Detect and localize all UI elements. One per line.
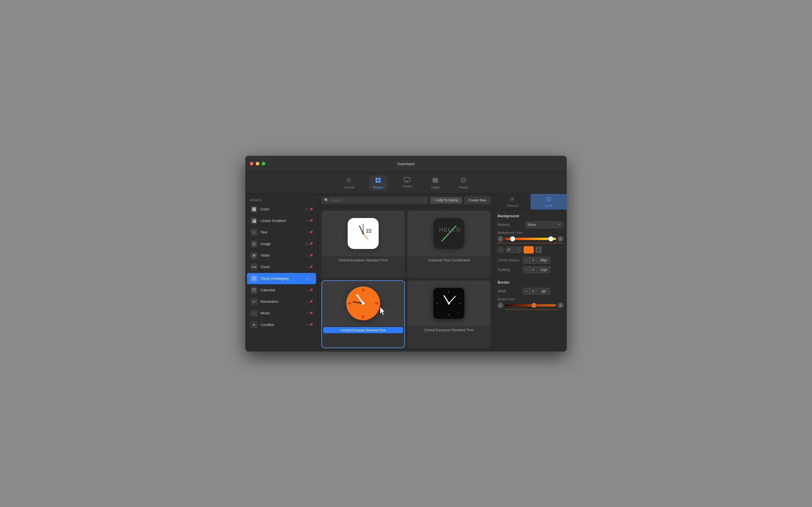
pin-icon-text: 📌: [309, 231, 313, 234]
svg-point-36: [362, 233, 364, 234]
svg-line-51: [444, 296, 449, 303]
maximize-button[interactable]: [262, 162, 265, 166]
padding-minus[interactable]: −: [523, 267, 530, 273]
traffic-lights: [250, 162, 265, 166]
sidebar-item-reminders[interactable]: Reminders 1 📌: [247, 296, 316, 307]
titlebar: Superlayer: [245, 156, 567, 172]
padding-plus[interactable]: +: [530, 267, 537, 273]
right-panel: General Clock Background: [494, 194, 567, 351]
app-window: Superlayer General Widg: [245, 156, 567, 351]
widget-grid: 22 Central European Standard Time: [318, 207, 494, 351]
main-layout: Widgets Color 10 📌 Linear Gradient 9 📌: [245, 194, 567, 351]
svg-rect-14: [252, 242, 256, 246]
sidebar-clock-count: 4: [306, 265, 308, 269]
scenes-icon: [404, 177, 410, 184]
sidebar-clock-analogue-label: Clock (Analogue): [260, 276, 306, 281]
widget-card-1[interactable]: 22 Central European Standard Time: [321, 210, 405, 278]
bg-color-minus-btn[interactable]: −: [498, 236, 503, 242]
border-color-slider-row: − +: [498, 302, 563, 310]
svg-text:22: 22: [366, 228, 371, 234]
search-input[interactable]: [331, 198, 425, 202]
panel-general-icon: [510, 196, 515, 203]
color-swatch[interactable]: [523, 246, 534, 253]
sidebar-item-clock[interactable]: 9:42 Clock 4 📌: [247, 262, 316, 273]
angle-row: ↑ 0°: [498, 246, 563, 253]
svg-rect-4: [378, 180, 380, 183]
sidebar-item-video[interactable]: Video 1 📌: [247, 250, 316, 261]
svg-line-32: [359, 226, 363, 233]
svg-point-39: [448, 233, 450, 234]
sidebar-item-music[interactable]: ♪ Music 4 📌: [247, 307, 316, 319]
border-width-plus[interactable]: +: [530, 288, 537, 295]
bg-color-left-thumb[interactable]: [510, 236, 515, 241]
section-divider: [498, 277, 563, 277]
toolbar-item-trigger[interactable]: Trigger: [427, 175, 444, 191]
sidebar-item-calendar[interactable]: Calendar 1 📌: [247, 284, 316, 296]
toolbar-item-privacy[interactable]: Privacy: [455, 175, 472, 191]
sidebar-item-location[interactable]: ➤ Location 2 📌: [247, 319, 316, 330]
border-color-thumb[interactable]: [531, 303, 537, 308]
widget-card-3[interactable]: Central European Standard Time: [321, 280, 405, 348]
sidebar-item-text[interactable]: A Text 2 📌: [247, 227, 316, 238]
angle-circle-btn[interactable]: ↑: [498, 247, 504, 253]
border-width-value: 2pt: [537, 288, 551, 295]
pin-icon-gradient: 📌: [309, 219, 313, 222]
background-section-title: Background: [498, 214, 563, 218]
svg-rect-1: [375, 178, 378, 180]
sidebar-item-linear-gradient[interactable]: Linear Gradient 9 📌: [247, 215, 316, 226]
widget-preview-3: [322, 281, 404, 326]
main-toolbar: General Widgets S: [245, 172, 567, 194]
corner-radius-minus[interactable]: −: [523, 257, 530, 264]
border-color-minus-btn[interactable]: −: [498, 302, 503, 308]
sidebar: Widgets Color 10 📌 Linear Gradient 9 📌: [245, 194, 318, 351]
svg-point-0: [348, 179, 350, 181]
clock-orange: [346, 286, 380, 320]
bg-color-plus-btn[interactable]: +: [558, 236, 563, 242]
create-new-button[interactable]: Create New: [464, 196, 491, 204]
minimize-button[interactable]: [256, 162, 259, 166]
corner-radius-plus[interactable]: +: [530, 257, 537, 264]
corner-radius-label: Corner Radius: [498, 258, 523, 262]
widget-card-4[interactable]: Central European Standard Time: [407, 280, 491, 348]
search-icon: 🔍: [324, 198, 329, 202]
svg-point-53: [448, 302, 450, 304]
text-icon: A: [250, 229, 258, 236]
close-button[interactable]: [250, 162, 253, 166]
search-box[interactable]: 🔍: [321, 196, 428, 204]
border-width-minus[interactable]: −: [523, 288, 530, 295]
angle-input[interactable]: 0°: [506, 247, 522, 253]
material-select[interactable]: None: [525, 221, 563, 228]
bg-color-right-thumb[interactable]: [548, 236, 553, 241]
widget-preview-1: 22: [322, 211, 404, 256]
toolbar-item-scenes[interactable]: Scenes: [398, 175, 416, 191]
panel-tab-clock[interactable]: Clock: [530, 194, 567, 210]
svg-rect-12: [252, 207, 256, 211]
bg-color-slider-row: − +: [498, 236, 563, 243]
toolbar-item-general[interactable]: General: [340, 175, 358, 191]
corner-radius-row: Corner Radius − + 58pt: [498, 257, 563, 264]
sidebar-music-count: 4: [306, 312, 308, 315]
sidebar-location-count: 2: [306, 323, 308, 327]
sidebar-item-image[interactable]: Image 10 📌: [247, 238, 316, 249]
widget-label-1: Central European Standard Time: [322, 256, 404, 265]
pin-icon-calendar: 📌: [309, 288, 313, 291]
sidebar-header: Widgets: [245, 196, 318, 203]
video-icon: [250, 252, 258, 259]
add-to-scene-button[interactable]: + Add To Scene: [430, 197, 462, 204]
svg-point-11: [434, 181, 435, 182]
sidebar-item-color[interactable]: Color 10 📌: [247, 204, 316, 215]
svg-line-34: [363, 233, 368, 239]
panel-content: Background Material None Background Colo…: [494, 210, 567, 317]
grid-icon[interactable]: [536, 247, 542, 253]
sidebar-item-clock-analogue[interactable]: Clock (Analogue) 4 📌: [247, 273, 316, 284]
toolbar-item-widgets[interactable]: Widgets: [369, 175, 387, 191]
panel-tab-general[interactable]: General: [494, 194, 530, 210]
svg-rect-3: [375, 180, 378, 183]
sidebar-text-count: 2: [306, 231, 308, 234]
clock-dark: HELLO: [434, 218, 464, 249]
border-color-plus-btn[interactable]: +: [558, 302, 563, 308]
toolbar-general-label: General: [344, 186, 354, 189]
widget-card-2[interactable]: HELLO Universal Time Coordinated: [407, 210, 491, 278]
border-color-label: Border Color: [498, 297, 563, 301]
reminders-icon: [250, 298, 258, 305]
